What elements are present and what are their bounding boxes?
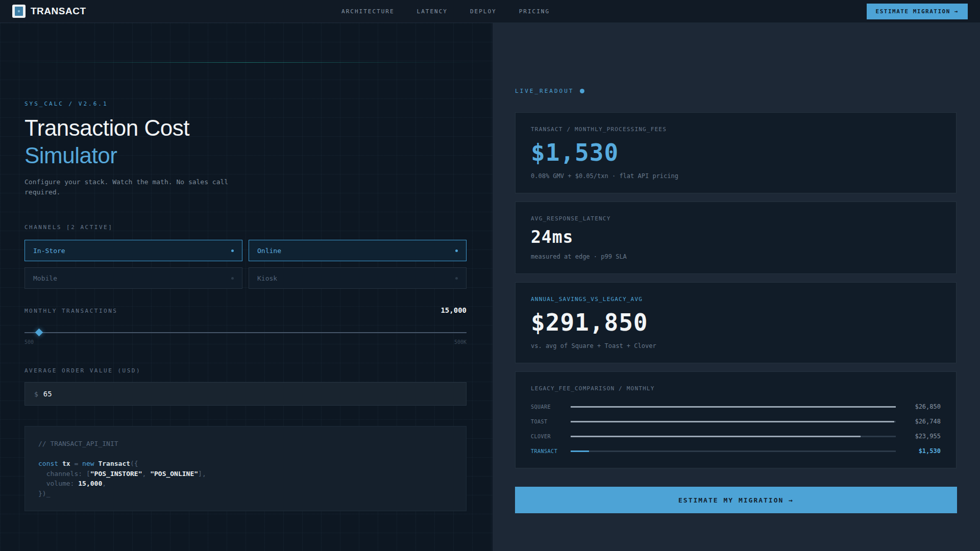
api-init-code-block: // TRANSACT_API_INITconst tx = new Trans… <box>24 426 467 511</box>
code-line: // TRANSACT_API_INIT <box>38 439 453 449</box>
comparison-label: LEGACY_FEE_COMPARISON / MONTHLY <box>531 385 941 392</box>
metric-label: TRANSACT / MONTHLY_PROCESSING_FEES <box>531 126 941 133</box>
code-line: const tx = new Transact({ <box>38 459 453 469</box>
fee-value: $23,955 <box>896 433 941 440</box>
live-status-dot-icon <box>580 89 584 93</box>
estimate-my-migration-button[interactable]: ESTIMATE MY MIGRATION → <box>515 487 957 513</box>
channel-toggle[interactable]: Mobile <box>24 267 242 289</box>
nav-link[interactable]: PRICING <box>519 8 550 15</box>
monthly-transactions-label: MONTHLY TRANSACTIONS <box>24 308 117 314</box>
live-readout-header: LIVE_READOUT <box>515 88 957 94</box>
live-readout-label: LIVE_READOUT <box>515 88 574 94</box>
metric-card: ANNUAL_SAVINGS_VS_LEGACY_AVG $291,850 vs… <box>515 282 957 363</box>
channel-status-dot-icon <box>455 249 458 252</box>
fee-value: $26,850 <box>896 403 941 410</box>
brand-logo-glyph <box>15 7 23 16</box>
page-title: Transaction Cost Simulator <box>24 114 468 169</box>
brand: TRANSACT <box>12 5 86 18</box>
live-readout-panel: LIVE_READOUT TRANSACT / MONTHLY_PROCESSI… <box>493 23 980 551</box>
legacy-fee-comparison-card: LEGACY_FEE_COMPARISON / MONTHLY SQUARE $… <box>515 371 957 468</box>
brand-name: TRANSACT <box>31 6 86 17</box>
metric-card: TRANSACT / MONTHLY_PROCESSING_FEES $1,53… <box>515 112 957 193</box>
channel-grid: In-Store Online Mobile Kiosk <box>24 240 467 289</box>
slider-min-label: 500 <box>24 339 34 345</box>
metric-subtext: vs. avg of Square + Toast + Clover <box>531 342 941 349</box>
monthly-transactions-value: 15,000 <box>440 306 467 314</box>
top-navigation-bar: TRANSACT ARCHITECTURELATENCYDEPLOYPRICIN… <box>0 0 980 23</box>
nav-link[interactable]: LATENCY <box>417 8 448 15</box>
fee-value: $1,530 <box>896 447 941 455</box>
average-order-value-box[interactable]: $ <box>24 382 467 406</box>
vendor-name: SQUARE <box>531 404 571 410</box>
fee-value: $26,748 <box>896 418 941 425</box>
channel-label: In-Store <box>33 247 65 255</box>
channel-label: Kiosk <box>257 274 277 282</box>
channels-label: CHANNELS [2 ACTIVE] <box>24 224 468 231</box>
page-title-line2: Simulator <box>24 143 117 168</box>
channel-toggle[interactable]: In-Store <box>24 240 242 261</box>
average-order-value-input[interactable] <box>43 390 145 398</box>
channel-label: Online <box>257 247 281 255</box>
simulator-panel: SYS_CALC / V2.6.1 Transaction Cost Simul… <box>0 23 493 551</box>
slider-track[interactable] <box>24 332 467 333</box>
code-line: volume: 15,000, <box>38 479 453 489</box>
metric-subtext: 0.08% GMV + $0.05/txn · flat API pricing <box>531 172 941 180</box>
version-kicker: SYS_CALC / V2.6.1 <box>24 101 468 107</box>
currency-prefix: $ <box>34 390 38 398</box>
vendor-name: TRANSACT <box>531 448 571 454</box>
fee-bar-track <box>571 421 896 422</box>
code-line <box>38 449 453 459</box>
comparison-row: SQUARE $26,850 <box>531 403 941 410</box>
fee-bar-track <box>571 406 896 408</box>
page-title-line1: Transaction Cost <box>24 115 189 140</box>
estimate-migration-header-button[interactable]: ESTIMATE MIGRATION → <box>867 4 968 19</box>
comparison-row: CLOVER $23,955 <box>531 433 941 440</box>
comparison-row: TRANSACT $1,530 <box>531 447 941 455</box>
code-line: channels: ["POS_INSTORE", "POS_ONLINE"], <box>38 469 453 479</box>
slider-thumb[interactable] <box>35 329 43 337</box>
fee-bar-fill <box>571 436 861 437</box>
vendor-name: CLOVER <box>531 434 571 439</box>
metric-label: AVG_RESPONSE_LATENCY <box>531 215 941 222</box>
slider-max-label: 500K <box>454 339 467 345</box>
metric-subtext: measured at edge · p99 SLA <box>531 253 941 260</box>
channel-toggle[interactable]: Online <box>249 240 467 261</box>
channel-status-dot-icon <box>231 249 234 252</box>
decorative-scanline <box>0 62 493 63</box>
nav-link[interactable]: ARCHITECTURE <box>341 8 394 15</box>
metric-label: ANNUAL_SAVINGS_VS_LEGACY_AVG <box>531 296 941 303</box>
comparison-rows: SQUARE $26,850 TOAST $26,748 <box>531 403 941 455</box>
fee-bar-fill <box>571 406 896 408</box>
channel-status-dot-icon <box>455 277 458 280</box>
nav-link[interactable]: DEPLOY <box>470 8 497 15</box>
page-subtitle: Configure your stack. Watch the math. No… <box>24 177 249 197</box>
fee-bar-track <box>571 450 896 452</box>
code-line: })_ <box>38 489 453 499</box>
brand-logo-icon <box>12 5 26 18</box>
fee-bar-fill <box>571 421 894 422</box>
average-order-value-label: AVERAGE ORDER VALUE (USD) <box>24 367 468 374</box>
fee-bar-fill <box>571 450 589 452</box>
channel-toggle[interactable]: Kiosk <box>249 267 467 289</box>
monthly-transactions-slider[interactable] <box>24 330 467 336</box>
channel-status-dot-icon <box>231 277 234 280</box>
main-nav: ARCHITECTURELATENCYDEPLOYPRICING <box>341 8 611 15</box>
vendor-name: TOAST <box>531 419 571 424</box>
metric-card: AVG_RESPONSE_LATENCY 24ms measured at ed… <box>515 202 957 274</box>
channel-label: Mobile <box>33 274 57 282</box>
metric-value: $291,850 <box>531 309 941 336</box>
comparison-row: TOAST $26,748 <box>531 418 941 425</box>
metric-value: 24ms <box>531 227 941 247</box>
metric-value: $1,530 <box>531 139 941 166</box>
readout-cards: TRANSACT / MONTHLY_PROCESSING_FEES $1,53… <box>515 112 957 513</box>
fee-bar-track <box>571 436 896 437</box>
